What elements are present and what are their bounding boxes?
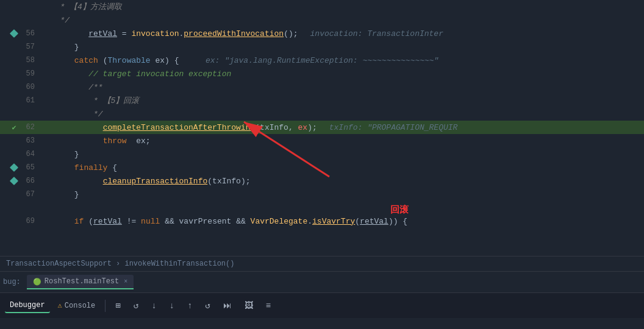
code-line-66: 66 cleanupTransactionInfo(txInfo);: [0, 174, 644, 188]
tab-bar[interactable]: bug: 🟢 RoshTest.mainTest ×: [0, 271, 644, 292]
code-line: */: [0, 13, 644, 27]
run-to-cursor-button[interactable]: ↺: [200, 298, 215, 313]
frames-button[interactable]: 🖼: [240, 299, 258, 313]
editor-area[interactable]: * 【4】方法调取 */ 56 retVal = invocation.proc…: [0, 0, 644, 256]
debugger-button[interactable]: Debugger: [5, 299, 50, 313]
code-line-62-highlighted: ✔ 62 completeTransactionAfterThrowing(tx…: [0, 121, 644, 134]
separator-1: [105, 300, 106, 312]
step-out-button[interactable]: ↓: [165, 299, 179, 313]
code-line-57: 57 }: [0, 40, 644, 54]
code-line-62a: */: [0, 107, 644, 121]
code-line-63: 63 throw ex;: [0, 134, 644, 147]
tab-icon: 🟢: [33, 278, 41, 286]
layout-icon-button[interactable]: ⊞: [110, 298, 125, 313]
frames-icon: 🖼: [245, 301, 253, 311]
bottom-toolbar: Debugger ⚠ Console ⊞ ↺ ↓ ↓ ↑ ↺ ⏭ 🖼: [0, 292, 644, 318]
resume-button[interactable]: ↑: [182, 299, 197, 313]
code-line-59: 59 // target invocation exception: [0, 67, 644, 80]
code-line-56: 56 retVal = invocation.proceedWithInvoca…: [0, 27, 644, 40]
code-line-65: 65 finally {: [0, 161, 644, 174]
code-line-64: 64 }: [0, 147, 644, 161]
settings-button[interactable]: ≡: [261, 299, 276, 313]
code-line: * 【4】方法调取: [0, 0, 644, 13]
code-line-67: 67 }: [0, 188, 644, 201]
evaluate-icon: ⏭: [223, 301, 232, 311]
evaluate-button[interactable]: ⏭: [218, 299, 237, 313]
step-over-button[interactable]: ↺: [129, 298, 143, 313]
step-into-icon: ↓: [151, 301, 156, 311]
console-warn-icon: ⚠: [58, 301, 62, 310]
settings-icon: ≡: [266, 301, 271, 311]
code-line-58: 58 catch (Throwable ex) { ex: "java.lang…: [0, 54, 644, 67]
console-label: Console: [65, 302, 95, 310]
step-out-icon: ↓: [170, 301, 174, 311]
tab-name: RoshTest.mainTest: [45, 277, 119, 286]
breadcrumb-text: TransactionAspectSupport › invokeWithinT…: [6, 260, 234, 268]
console-button[interactable]: ⚠ Console: [53, 299, 101, 313]
resume-icon: ↑: [187, 301, 192, 311]
code-lines: * 【4】方法调取 */ 56 retVal = invocation.proc…: [0, 0, 644, 228]
code-line-61: 61 * 【5】回滚: [0, 94, 644, 107]
code-line-60: 60 /**: [0, 80, 644, 94]
layout-icon: ⊞: [115, 300, 120, 311]
step-into-button[interactable]: ↓: [146, 299, 161, 313]
run-cursor-icon: ↺: [205, 300, 210, 311]
code-line-empty: [0, 201, 644, 214]
tab-close-button[interactable]: ×: [124, 278, 127, 285]
active-tab[interactable]: 🟢 RoshTest.mainTest ×: [27, 275, 134, 289]
breadcrumb-bar: TransactionAspectSupport › invokeWithinT…: [0, 256, 644, 271]
editor-container: * 【4】方法调取 */ 56 retVal = invocation.proc…: [0, 0, 644, 329]
code-line-69: 69 if (retVal != null && vavrPresent && …: [0, 214, 644, 228]
debug-label: bug:: [3, 278, 21, 286]
step-over-icon: ↺: [134, 300, 138, 311]
debugger-label: Debugger: [10, 301, 45, 310]
